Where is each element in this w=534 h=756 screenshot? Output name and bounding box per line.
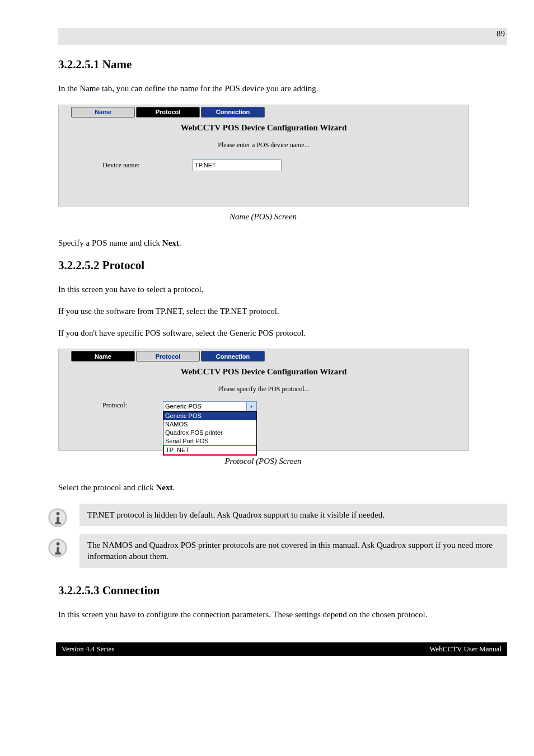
screenshot-name-tab: Name Protocol Connection WebCCTV POS Dev…	[58, 105, 469, 206]
footer-left: Version 4.4 Series	[62, 645, 114, 654]
page-number: 89	[27, 29, 505, 39]
tab-name-2[interactable]: Name	[71, 351, 135, 361]
body-select-protocol: Select the protocol and click Next.	[58, 482, 507, 494]
info-icon	[47, 507, 68, 528]
section-name-intro: In the Name tab, you can define the name…	[58, 83, 507, 95]
svg-rect-8	[55, 552, 61, 555]
dropdown-option[interactable]: Serial Port POS	[163, 437, 256, 445]
wizard-title: WebCCTV POS Device Configuration Wizard	[59, 123, 469, 133]
dropdown-option[interactable]: TP .NET	[163, 445, 256, 455]
protocol-dropdown[interactable]: Generic POS ▾	[163, 401, 257, 411]
device-name-row: Device name:	[102, 159, 469, 171]
tab-connection[interactable]: Connection	[201, 107, 265, 118]
tab-protocol-2[interactable]: Protocol	[136, 351, 200, 361]
footer-right: WebCCTV User Manual	[429, 645, 502, 654]
device-name-label: Device name:	[102, 161, 192, 170]
page: 89 3.2.2.5.1 Name In the Name tab, you c…	[0, 0, 534, 620]
protocol-row: Protocol: Generic POS ▾ Generic POS NAMO…	[102, 401, 469, 411]
tabs-row-2: Name Protocol Connection	[71, 351, 469, 361]
dropdown-option[interactable]: Quadrox POS printer	[163, 429, 256, 437]
wizard-subtitle-2: Please specify the POS protocol...	[59, 385, 469, 393]
tabs-row: Name Protocol Connection	[71, 107, 469, 118]
screenshot-protocol-tab: Name Protocol Connection WebCCTV POS Dev…	[58, 349, 469, 451]
protocol-intro-3: If you don't have specific POS software,…	[58, 327, 507, 339]
svg-rect-2	[57, 517, 59, 523]
protocol-intro-1: In this screen you have to select a prot…	[58, 284, 507, 295]
svg-point-9	[57, 542, 60, 546]
wizard-subtitle: Please enter a POS device name...	[59, 141, 469, 149]
section-name-heading: 3.2.2.5.1 Name	[58, 58, 507, 72]
section-connection-heading: 3.2.2.5.3 Connection	[58, 584, 507, 598]
protocol-intro-2: If you use the software from TP.NET, sel…	[58, 306, 507, 317]
info-row-1: TP.NET protocol is hidden by default. As…	[47, 504, 507, 528]
chevron-down-icon: ▾	[246, 401, 256, 411]
dropdown-selected: Generic POS	[165, 403, 202, 410]
dropdown-option[interactable]: NAMOS	[163, 420, 256, 429]
tab-name[interactable]: Name	[71, 107, 135, 118]
info-row-2: The NAMOS and Quadrox POS printer protoc…	[47, 534, 507, 568]
info-text-1: TP.NET protocol is hidden by default. As…	[79, 504, 507, 526]
tab-protocol[interactable]: Protocol	[136, 107, 200, 118]
svg-rect-3	[55, 522, 61, 524]
device-name-input[interactable]	[192, 159, 282, 171]
dropdown-list: Generic POS NAMOS Quadrox POS printer Se…	[163, 411, 257, 456]
protocol-dropdown-wrap: Generic POS ▾ Generic POS NAMOS Quadrox …	[163, 401, 257, 411]
info-text-2: The NAMOS and Quadrox POS printer protoc…	[79, 534, 507, 568]
connection-intro: In this screen you have to configure the…	[58, 609, 507, 621]
wizard-title-2: WebCCTV POS Device Configuration Wizard	[59, 367, 469, 377]
tab-connection-2[interactable]: Connection	[201, 351, 265, 361]
caption-protocol: Protocol (POS) Screen	[58, 457, 468, 466]
protocol-label: Protocol:	[102, 401, 163, 410]
dropdown-option[interactable]: Generic POS	[163, 412, 256, 420]
body-specify-name: Specify a POS name and click Next.	[58, 237, 507, 249]
svg-rect-7	[57, 547, 59, 553]
caption-name: Name (POS) Screen	[58, 212, 468, 222]
svg-point-4	[57, 512, 60, 515]
info-icon	[47, 537, 68, 558]
footer-bar: Version 4.4 Series WebCCTV User Manual	[56, 642, 507, 656]
section-protocol-heading: 3.2.2.5.2 Protocol	[58, 259, 507, 273]
